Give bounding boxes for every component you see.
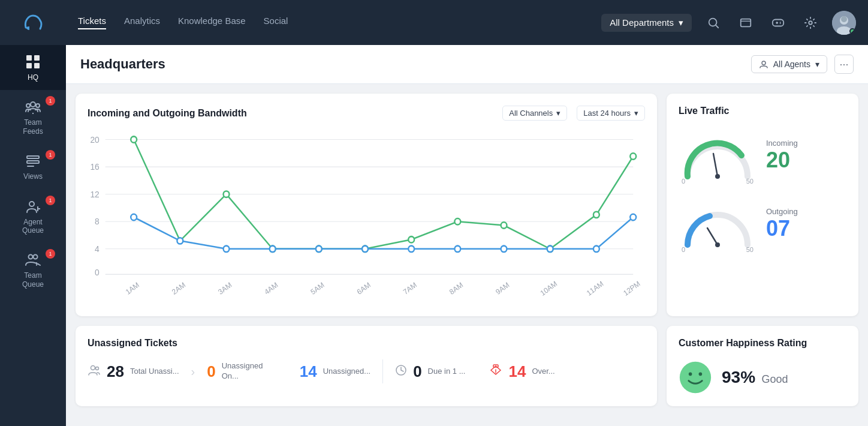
agents-chevron-icon: ▾	[815, 59, 819, 69]
chevron-down-icon: ▾	[679, 17, 683, 28]
svg-line-82	[707, 228, 718, 245]
ticket-stats: 28 Total Unassi... › 0 Unassigned On... …	[88, 359, 645, 383]
live-traffic-card: Live Traffic	[667, 94, 858, 316]
more-options-button[interactable]: ···	[834, 55, 854, 74]
svg-point-6	[36, 104, 40, 107]
svg-text:6AM: 6AM	[355, 281, 372, 296]
svg-point-32	[762, 61, 765, 65]
stat-total: 28 Total Unassi...	[88, 362, 191, 381]
svg-point-79	[630, 214, 636, 220]
svg-point-73	[362, 246, 368, 252]
svg-point-5	[26, 104, 30, 107]
bandwidth-chart: 20 16 12 8 4 0 1AM	[88, 130, 645, 304]
time-chevron-icon: ▾	[634, 109, 638, 118]
arrow-icon-1: ›	[191, 365, 195, 379]
sidebar-item-views[interactable]: 1 Views	[0, 144, 66, 189]
svg-point-26	[780, 23, 781, 24]
svg-point-92	[699, 373, 703, 376]
total-label: Total Unassi...	[130, 367, 179, 377]
channels-filter[interactable]: All Channels ▾	[502, 106, 567, 121]
svg-point-72	[316, 246, 322, 252]
svg-point-57	[131, 136, 137, 142]
online-count: 0	[207, 362, 215, 381]
agent-queue-icon	[25, 198, 41, 215]
sidebar-item-label-team-feeds: TeamFeeds	[23, 118, 43, 136]
svg-text:12PM: 12PM	[622, 280, 641, 298]
tab-knowledge-base[interactable]: Knowledge Base	[178, 16, 246, 29]
team-feeds-badge: 1	[46, 96, 55, 106]
svg-text:7AM: 7AM	[402, 281, 418, 296]
tab-analytics[interactable]: Analytics	[124, 16, 160, 29]
search-button[interactable]	[703, 12, 724, 34]
department-label: All Departments	[610, 17, 674, 28]
sidebar-item-hq[interactable]: HQ	[0, 45, 66, 90]
team-queue-icon	[25, 251, 41, 268]
svg-text:12: 12	[90, 190, 100, 199]
timer-icon	[489, 364, 502, 380]
svg-point-84	[91, 365, 95, 370]
department-selector[interactable]: All Departments ▾	[601, 14, 692, 32]
tab-tickets[interactable]: Tickets	[78, 16, 106, 29]
svg-text:8: 8	[95, 217, 100, 226]
team-queue-badge: 1	[46, 249, 55, 259]
agents-selector[interactable]: All Agents ▾	[751, 55, 827, 73]
happiness-title: Customer Happiness Rating	[679, 338, 846, 349]
svg-text:20: 20	[90, 134, 100, 144]
page-header-right: All Agents ▾ ···	[751, 55, 854, 74]
svg-point-70	[224, 246, 230, 252]
svg-text:5AM: 5AM	[309, 281, 326, 296]
sidebar-item-label-agent-queue: AgentQueue	[22, 218, 44, 235]
settings-button[interactable]	[800, 12, 821, 34]
svg-text:10AM: 10AM	[539, 280, 559, 298]
outgoing-scale-min: 0	[682, 246, 685, 253]
stat-due: 0 Due in 1 ...	[383, 362, 477, 381]
due-count: 0	[413, 362, 421, 381]
main-area: Tickets Analytics Knowledge Base Social …	[66, 0, 868, 426]
svg-point-11	[29, 202, 34, 206]
stat-online: 0 Unassigned On...	[195, 361, 287, 382]
svg-text:1AM: 1AM	[124, 281, 141, 296]
svg-line-19	[716, 25, 718, 28]
incoming-scale-max: 50	[746, 178, 754, 185]
nav-tabs: Tickets Analytics Knowledge Base Social	[78, 16, 583, 29]
svg-point-77	[547, 246, 553, 252]
sidebar-item-team-queue[interactable]: 1 TeamQueue	[0, 243, 66, 297]
stat-overdue: 14 Over...	[477, 362, 566, 381]
svg-rect-20	[741, 19, 751, 26]
gamepad-button[interactable]	[767, 12, 789, 34]
incoming-value: 20	[766, 148, 798, 173]
notifications-button[interactable]	[735, 12, 757, 34]
happiness-rating: 93% Good	[722, 368, 788, 387]
online-label: Unassigned On...	[222, 361, 276, 382]
svg-text:16: 16	[90, 162, 100, 172]
channels-chevron-icon: ▾	[556, 109, 560, 118]
sidebar-item-agent-queue[interactable]: 1 AgentQueue	[0, 190, 66, 244]
bandwidth-filters: All Channels ▾ Last 24 hours ▾	[502, 106, 645, 121]
svg-text:9AM: 9AM	[494, 281, 511, 296]
time-label: Last 24 hours	[583, 109, 631, 118]
user-avatar[interactable]	[832, 11, 856, 35]
sidebar: HQ 1 TeamFeeds 1 Views	[0, 0, 66, 426]
stat-unassigned: 14 Unassigned...	[288, 362, 382, 381]
svg-point-75	[454, 246, 460, 252]
svg-point-91	[689, 373, 692, 376]
svg-text:0: 0	[95, 268, 100, 277]
svg-line-80	[713, 154, 718, 176]
svg-point-71	[270, 246, 276, 252]
overdue-count: 14	[508, 362, 526, 381]
outgoing-value: 07	[766, 216, 798, 241]
svg-point-14	[29, 255, 33, 259]
hq-icon	[25, 53, 41, 70]
time-filter[interactable]: Last 24 hours ▾	[577, 106, 645, 121]
page-header: Headquarters All Agents ▾ ···	[66, 45, 868, 84]
happiness-label: Good	[762, 373, 788, 385]
outgoing-label: Outgoing	[766, 207, 798, 216]
svg-point-25	[780, 22, 781, 23]
content-area: Headquarters All Agents ▾ ··· Incoming a…	[66, 45, 868, 426]
sidebar-item-team-feeds[interactable]: 1 TeamFeeds	[0, 90, 66, 144]
tab-social[interactable]: Social	[264, 16, 288, 29]
svg-point-68	[131, 214, 137, 220]
live-traffic-title: Live Traffic	[679, 106, 846, 116]
incoming-label: Incoming	[766, 139, 798, 148]
channels-label: All Channels	[509, 109, 553, 118]
